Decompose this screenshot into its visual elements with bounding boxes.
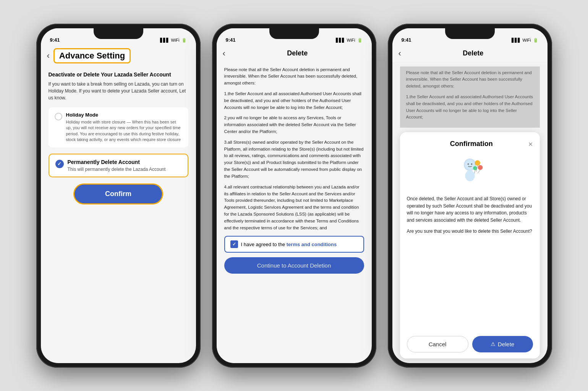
dimmed-background: Please note that all the Seller Account … — [400, 67, 540, 128]
svg-point-5 — [475, 160, 480, 165]
back-button-1[interactable]: ‹ — [47, 51, 50, 61]
terms-checkbox-row[interactable]: I have agreed to the terms and condition… — [224, 236, 364, 253]
phone-1-body: Deactivate or Delete Your Lazada Seller … — [41, 67, 196, 363]
phone-3: 9:41 ▋▋▋ WiFi 🔋 ‹ Delete Please note tha… — [388, 24, 552, 368]
holiday-mode-radio[interactable] — [55, 113, 62, 120]
back-button-2[interactable]: ‹ — [223, 49, 225, 58]
delete-check-icon — [55, 160, 64, 168]
phone-3-content: ‹ Delete Please note that all the Seller… — [392, 45, 548, 363]
confirmation-modal: Confirmation × — [400, 132, 540, 358]
delete-title-3: Delete — [405, 49, 541, 57]
terms-label-prefix: I have agreed to the — [241, 242, 287, 247]
phone-2-screen: 9:41 ▋▋▋ WiFi 🔋 ‹ Delete Please note tha… — [217, 28, 372, 363]
modal-footer: Cancel ⚠ Delete — [407, 331, 533, 352]
advance-setting-title-box: Advance Setting — [53, 48, 131, 63]
modal-header: Confirmation × — [407, 140, 533, 148]
nav-bar-3: ‹ Delete — [392, 45, 548, 62]
wifi-icon-2: WiFi — [347, 38, 355, 42]
signal-icon: ▋▋▋ — [160, 38, 169, 43]
advance-setting-title: Advance Setting — [59, 51, 125, 60]
svg-line-10 — [474, 170, 475, 174]
svg-point-4 — [465, 170, 475, 182]
terms-link[interactable]: terms and conditions — [287, 242, 337, 247]
delete-final-button[interactable]: ⚠ Delete — [472, 336, 533, 352]
terms-point4: 4.all relevant contractual relationship … — [224, 184, 364, 232]
terms-point2: 2.you will no longer be able to access a… — [224, 115, 364, 135]
delete-card-body: This will permanently delete the Lazada … — [68, 167, 166, 172]
delete-button-label: Delete — [498, 341, 514, 347]
confirm-button[interactable]: Confirm — [73, 183, 163, 204]
svg-point-3 — [471, 164, 472, 165]
nav-bar-2: ‹ Delete — [217, 45, 372, 62]
terms-point3: 3.all Stores(s) owned and/or operated by… — [224, 139, 364, 180]
confirm-btn-wrap: Confirm — [49, 183, 188, 204]
holiday-mode-title: Holiday Mode — [66, 112, 182, 118]
terms-point1: 1.the Seller Account and all associated … — [224, 91, 364, 111]
battery-icon-2: 🔋 — [357, 38, 363, 43]
svg-line-9 — [477, 170, 480, 174]
wifi-icon-3: WiFi — [523, 38, 531, 42]
phone-3-body: Please note that all the Seller Account … — [392, 62, 548, 363]
status-time-3: 9:41 — [402, 37, 411, 43]
modal-body-1: Once deleted, the Seller Account and all… — [407, 195, 533, 224]
illustration-svg — [453, 154, 487, 189]
phone-3-screen: 9:41 ▋▋▋ WiFi 🔋 ‹ Delete Please note tha… — [392, 28, 548, 363]
terms-label: I have agreed to the terms and condition… — [241, 242, 337, 247]
phone-notch-2 — [269, 28, 319, 39]
signal-icon-3: ▋▋▋ — [512, 38, 521, 43]
battery-icon-3: 🔋 — [533, 38, 538, 43]
phone-2-body: Please note that all the Seller Account … — [217, 62, 372, 363]
terms-checkbox-icon[interactable] — [230, 240, 238, 248]
svg-point-6 — [478, 165, 483, 170]
cancel-button[interactable]: Cancel — [407, 336, 468, 352]
dimmed-intro: Please note that all the Seller Account … — [406, 70, 534, 90]
status-icons-2: ▋▋▋ WiFi 🔋 — [336, 38, 363, 43]
deactivate-section-title: Deactivate or Delete Your Lazada Seller … — [49, 71, 188, 79]
back-button-3[interactable]: ‹ — [398, 49, 401, 58]
phone-1: 9:41 ▋▋▋ WiFi 🔋 ‹ Advance Setting Deacti… — [36, 24, 201, 368]
modal-body-2: Are you sure that you would like to dele… — [407, 228, 533, 235]
holiday-mode-body: Holiday mode with store closure — When t… — [66, 119, 182, 143]
svg-point-2 — [467, 164, 469, 165]
confirmation-modal-title: Confirmation — [415, 140, 528, 148]
holiday-mode-card[interactable]: Holiday Mode Holiday mode with store clo… — [49, 107, 188, 148]
modal-close-button[interactable]: × — [528, 140, 533, 148]
continue-button[interactable]: Continue to Account Deletion — [224, 257, 364, 274]
status-time-1: 9:41 — [50, 37, 60, 43]
phone-1-content: ‹ Advance Setting Deactivate or Delete Y… — [41, 45, 196, 363]
status-icons-1: ▋▋▋ WiFi 🔋 — [160, 38, 187, 43]
delete-card-text: Permanently Delete Account This will per… — [68, 159, 166, 172]
status-time-2: 9:41 — [226, 37, 236, 43]
dimmed-point1: 1.the Seller Account and all associated … — [406, 94, 534, 121]
delete-card-title: Permanently Delete Account — [68, 159, 166, 165]
terms-intro: Please note that all the Seller Account … — [224, 67, 364, 87]
signal-icon-2: ▋▋▋ — [336, 38, 345, 43]
nav-bar-1: ‹ Advance Setting — [41, 45, 196, 67]
phone-notch-3 — [445, 28, 495, 39]
phone-2-content: ‹ Delete Please note that all the Seller… — [217, 45, 372, 363]
phone-2: 9:41 ▋▋▋ WiFi 🔋 ‹ Delete Please note tha… — [212, 24, 376, 368]
wifi-icon: WiFi — [171, 38, 180, 42]
phone-notch-1 — [94, 28, 143, 39]
delete-title-2: Delete — [229, 49, 366, 57]
holiday-mode-text: Holiday Mode Holiday mode with store clo… — [66, 112, 182, 143]
phone-1-screen: 9:41 ▋▋▋ WiFi 🔋 ‹ Advance Setting Deacti… — [41, 28, 196, 363]
warning-icon: ⚠ — [491, 341, 496, 347]
deactivate-section-body: If you want to take a break from selling… — [49, 81, 188, 101]
status-icons-3: ▋▋▋ WiFi 🔋 — [512, 38, 538, 43]
delete-account-card[interactable]: Permanently Delete Account This will per… — [49, 154, 188, 177]
modal-illustration — [407, 153, 533, 191]
battery-icon: 🔋 — [181, 38, 187, 43]
